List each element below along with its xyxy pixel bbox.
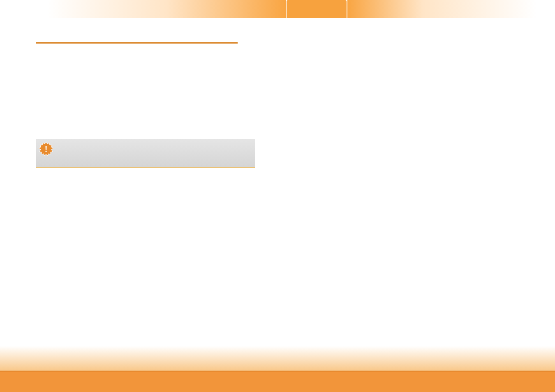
alert-badge-icon: ! (39, 142, 53, 157)
svg-text:!: ! (45, 145, 48, 154)
footer-gradient (0, 346, 555, 371)
tab-active[interactable] (287, 0, 347, 18)
heading-underline (36, 42, 238, 44)
tab-inactive-right[interactable] (347, 0, 536, 18)
tab-strip (0, 0, 555, 18)
callout-box: ! (36, 139, 255, 168)
tab-inactive-left[interactable] (47, 0, 286, 18)
footer-bar (0, 371, 555, 392)
